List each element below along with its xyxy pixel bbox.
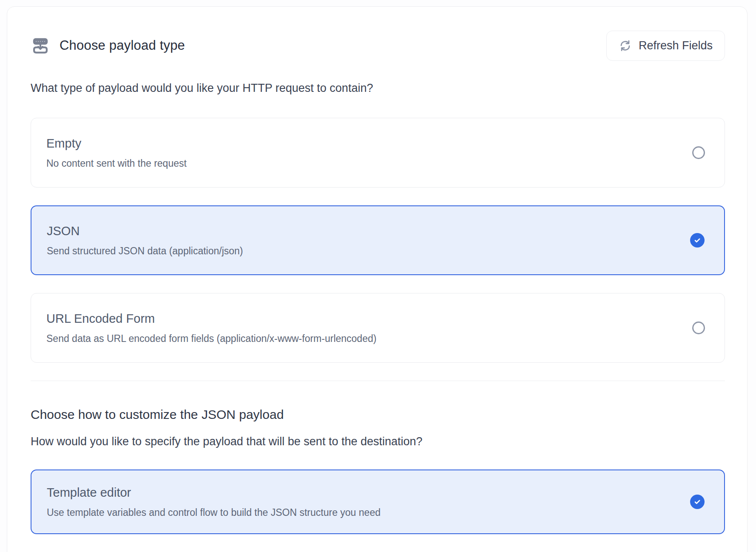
option-title: JSON (47, 223, 243, 239)
payload-type-options: Empty No content sent with the request J… (31, 118, 725, 363)
panel-header: Choose payload type Refresh Fields (31, 30, 725, 61)
customize-section-heading: Choose how to customize the JSON payload (31, 406, 725, 424)
panel-header-left: Choose payload type (31, 37, 185, 54)
option-title: Empty (46, 136, 187, 151)
option-text: Empty No content sent with the request (46, 136, 187, 170)
option-text: Template editor Use template variables a… (47, 485, 381, 519)
option-title: Template editor (47, 485, 381, 500)
option-indicator (692, 322, 705, 334)
option-description: Send structured JSON data (application/j… (47, 245, 243, 257)
refresh-fields-label: Refresh Fields (639, 39, 713, 52)
radio-circle-icon (692, 322, 705, 334)
check-circle-icon (690, 233, 705, 248)
option-description: Use template variables and control flow … (47, 506, 381, 519)
option-description: No content sent with the request (46, 157, 187, 170)
option-text: URL Encoded Form Send data as URL encode… (46, 311, 376, 345)
radio-circle-icon (692, 146, 705, 159)
payload-type-question: What type of payload would you like your… (31, 80, 725, 96)
option-indicator (692, 146, 705, 159)
payload-option-url-encoded-form[interactable]: URL Encoded Form Send data as URL encode… (31, 293, 725, 363)
option-indicator (690, 495, 705, 509)
option-title: URL Encoded Form (46, 311, 376, 326)
option-text: JSON Send structured JSON data (applicat… (47, 223, 243, 257)
option-description: Send data as URL encoded form fields (ap… (46, 332, 376, 345)
payload-option-empty[interactable]: Empty No content sent with the request (31, 118, 725, 188)
section-divider (31, 381, 725, 381)
payload-tray-icon (31, 37, 50, 54)
customize-options: Template editor Use template variables a… (31, 469, 725, 534)
payload-option-json[interactable]: JSON Send structured JSON data (applicat… (31, 205, 725, 275)
page-title: Choose payload type (60, 38, 185, 53)
customize-option-template-editor[interactable]: Template editor Use template variables a… (31, 469, 725, 534)
refresh-fields-button[interactable]: Refresh Fields (606, 31, 725, 61)
check-circle-icon (690, 495, 705, 509)
refresh-icon (619, 39, 632, 52)
customize-section-question: How would you like to specify the payloa… (31, 434, 725, 449)
payload-settings-panel: Choose payload type Refresh Fields What … (7, 6, 747, 552)
option-indicator (690, 233, 705, 248)
